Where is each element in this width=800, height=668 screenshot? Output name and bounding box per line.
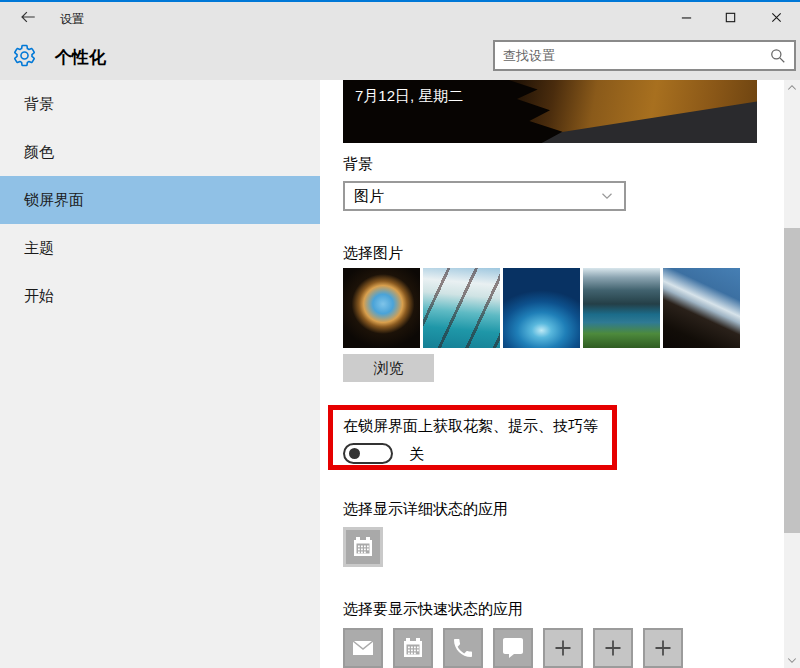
picture-thumbnail-sea-through-glass[interactable]: [423, 268, 500, 348]
toggle-state-label: 关: [409, 445, 424, 464]
add-app-button[interactable]: [543, 628, 583, 668]
detailed-status-app-button[interactable]: [343, 527, 383, 567]
app-title: 设置: [60, 11, 84, 28]
sidebar: 背景 颜色 锁屏界面 主题 开始: [0, 80, 320, 668]
tips-toggle[interactable]: [343, 443, 393, 464]
tips-label: 在锁屏界面上获取花絮、提示、技巧等: [343, 417, 598, 436]
mail-icon: [351, 636, 375, 660]
maximize-button[interactable]: [713, 4, 747, 30]
background-label: 背景: [343, 155, 373, 174]
settings-window: 设置 个性化: [0, 0, 800, 668]
minimize-button[interactable]: [669, 4, 703, 30]
plus-icon: [601, 636, 625, 660]
picture-thumbnails: [343, 268, 740, 348]
dropdown-selected-value: 图片: [354, 187, 598, 206]
browse-button[interactable]: 浏览: [343, 354, 434, 382]
quick-status-apps: [343, 628, 683, 668]
close-button[interactable]: [759, 4, 793, 30]
picture-thumbnail-cave-beach[interactable]: [343, 268, 420, 348]
sidebar-item-lock-screen[interactable]: 锁屏界面: [0, 176, 320, 224]
search-icon[interactable]: [768, 46, 788, 66]
picture-thumbnail-ice-cave[interactable]: [503, 268, 580, 348]
quick-status-app-button-messaging[interactable]: [493, 628, 533, 668]
calendar-icon: [401, 636, 425, 660]
sidebar-item-label: 开始: [24, 287, 54, 306]
chevron-up-icon: [786, 82, 798, 94]
minimize-icon: [680, 11, 693, 24]
sidebar-item-background[interactable]: 背景: [0, 80, 320, 128]
search-box[interactable]: [493, 40, 796, 71]
sidebar-item-label: 颜色: [24, 143, 54, 162]
lock-screen-preview-image: 7月12日, 星期二: [343, 80, 757, 143]
calendar-icon: [351, 535, 375, 559]
scroll-down-button[interactable]: [784, 653, 800, 667]
scrollbar[interactable]: [784, 80, 800, 668]
add-app-button[interactable]: [643, 628, 683, 668]
titlebar[interactable]: 设置: [0, 2, 800, 32]
quick-status-app-button-calendar[interactable]: [393, 628, 433, 668]
sidebar-item-label: 背景: [24, 95, 54, 114]
quick-status-label: 选择要显示快速状态的应用: [343, 600, 523, 619]
add-app-button[interactable]: [593, 628, 633, 668]
plus-icon: [551, 636, 575, 660]
picture-thumbnail-dark-ridge-clouds[interactable]: [663, 268, 740, 348]
phone-icon: [451, 636, 475, 660]
close-icon: [770, 11, 783, 24]
back-button[interactable]: [12, 6, 44, 30]
scroll-up-button[interactable]: [784, 81, 800, 95]
background-type-dropdown[interactable]: 图片: [343, 181, 626, 211]
sidebar-item-themes[interactable]: 主题: [0, 224, 320, 272]
maximize-icon: [724, 11, 737, 24]
preview-date-text: 7月12日, 星期二: [355, 87, 463, 106]
sidebar-item-label: 主题: [24, 239, 54, 258]
quick-status-app-button-mail[interactable]: [343, 628, 383, 668]
scrollbar-thumb[interactable]: [784, 228, 800, 533]
sidebar-item-start[interactable]: 开始: [0, 272, 320, 320]
detailed-status-label: 选择显示详细状态的应用: [343, 500, 508, 519]
choose-picture-label: 选择图片: [343, 244, 403, 263]
picture-thumbnail-mountain-lake[interactable]: [583, 268, 660, 348]
page-header: 个性化: [0, 32, 800, 80]
chevron-down-icon: [598, 187, 616, 205]
messaging-icon: [501, 636, 525, 660]
toggle-knob: [349, 448, 360, 459]
sidebar-item-label: 锁屏界面: [24, 191, 84, 210]
quick-status-app-button-phone[interactable]: [443, 628, 483, 668]
chevron-down-icon: [786, 654, 798, 666]
page-title: 个性化: [55, 46, 106, 69]
plus-icon: [651, 636, 675, 660]
search-input[interactable]: [495, 48, 768, 63]
sidebar-item-colors[interactable]: 颜色: [0, 128, 320, 176]
settings-gear-icon: [12, 43, 37, 68]
back-arrow-icon: [17, 8, 39, 26]
lock-screen-settings-panel: 7月12日, 星期二 背景 图片 选择图片 浏览 在锁屏界面上获取花絮、提示、技…: [320, 80, 783, 668]
